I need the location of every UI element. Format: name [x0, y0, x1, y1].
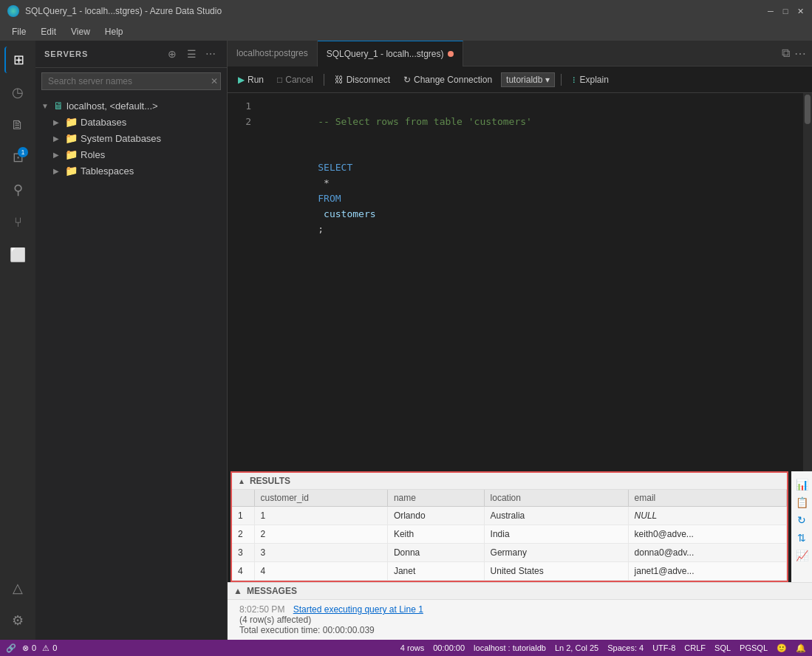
- new-connection-icon[interactable]: ⊕: [165, 47, 180, 61]
- arrow-icon: ▼: [41, 102, 53, 110]
- activity-history[interactable]: ◷: [4, 79, 31, 106]
- activity-extensions[interactable]: ⊡ 1: [4, 144, 31, 171]
- activity-deploy[interactable]: △: [4, 575, 31, 601]
- code-editor[interactable]: 1 2 -- Select rows from table 'customers…: [228, 93, 812, 471]
- dropdown-arrow-icon: ▾: [545, 75, 550, 85]
- activity-explorer[interactable]: 🗎: [4, 112, 31, 138]
- disconnect-button[interactable]: ⛓ Disconnect: [330, 73, 395, 86]
- cell-customer-id: 3: [254, 544, 387, 562]
- close-button[interactable]: ✕: [796, 7, 805, 16]
- code-line-1: -- Select rows from table 'customers': [260, 99, 800, 145]
- search-box: ✕: [41, 72, 221, 90]
- cancel-button[interactable]: □ Cancel: [273, 73, 318, 86]
- tree-item-tablespaces[interactable]: ▶ 📁 Tablespaces: [35, 163, 227, 179]
- debug-icon: ⬜: [10, 247, 26, 263]
- maximize-button[interactable]: □: [781, 7, 790, 16]
- server-tree: ▼ 🖥 localhost, <default...> ▶ 📁 Database…: [35, 95, 227, 640]
- status-warnings[interactable]: ⚠ 0: [42, 643, 57, 653]
- tree-item-label: Roles: [81, 149, 105, 160]
- code-table-name: customers: [318, 208, 375, 219]
- sidebar-action-2[interactable]: ☰: [184, 47, 199, 61]
- status-position[interactable]: Ln 2, Col 25: [555, 643, 598, 652]
- messages-content: 8:02:50 PM Started executing query at Li…: [228, 600, 812, 640]
- search-icon: ⚲: [13, 182, 23, 198]
- copy-icon[interactable]: 📋: [794, 495, 809, 510]
- cell-email: janet1@adve...: [628, 562, 786, 581]
- sidebar-action-3[interactable]: ⋯: [203, 47, 218, 61]
- toolbar: ▶ Run □ Cancel ⛓ Disconnect ↻ Change Con…: [228, 66, 812, 93]
- scrollbar-thumb: [805, 95, 811, 124]
- export-icon[interactable]: 📊: [794, 477, 809, 492]
- status-language[interactable]: SQL: [714, 643, 731, 652]
- status-errors[interactable]: ⊗ 0: [22, 643, 36, 653]
- line-number-2: 2: [228, 115, 251, 130]
- tree-item-localhost[interactable]: ▼ 🖥 localhost, <default...>: [35, 98, 227, 114]
- search-input[interactable]: [41, 72, 221, 90]
- activity-debug[interactable]: ⬜: [4, 242, 31, 268]
- servers-icon: ⊞: [13, 52, 24, 68]
- status-encoding[interactable]: UTF-8: [652, 643, 675, 652]
- explain-button[interactable]: ⫶ Explain: [567, 73, 613, 86]
- cell-location: Germany: [484, 544, 628, 562]
- activity-search[interactable]: ⚲: [4, 177, 31, 203]
- tree-item-roles[interactable]: ▶ 📁 Roles: [35, 146, 227, 163]
- code-content[interactable]: -- Select rows from table 'customers' SE…: [257, 93, 803, 471]
- cell-email: NULL: [628, 507, 786, 525]
- explorer-icon: 🗎: [11, 117, 24, 133]
- tree-item-databases[interactable]: ▶ 📁 Databases: [35, 114, 227, 130]
- message-row-3: Total execution time: 00:00:00.039: [239, 625, 800, 635]
- folder-icon: 📁: [65, 165, 78, 177]
- explain-icon: ⫶: [572, 75, 576, 85]
- status-bell[interactable]: 🔔: [796, 643, 806, 653]
- status-git-icon[interactable]: 🔗: [6, 643, 16, 653]
- code-keyword-select: SELECT: [318, 162, 352, 173]
- arrow-icon: ▶: [53, 118, 65, 126]
- more-actions-icon[interactable]: ⋯: [794, 47, 806, 61]
- arrow-icon: ▶: [53, 151, 65, 159]
- chart-icon[interactable]: 📈: [794, 548, 809, 563]
- cell-location: Australia: [484, 507, 628, 525]
- tab-sqlquery1[interactable]: SQLQuery_1 - localh...stgres): [318, 41, 464, 66]
- status-line-ending[interactable]: CRLF: [684, 643, 706, 652]
- tab-localhost-postgres[interactable]: localhost:postgres: [228, 41, 318, 66]
- change-connection-button[interactable]: ↻ Change Connection: [399, 73, 497, 86]
- editor-scrollbar[interactable]: [803, 93, 812, 471]
- status-dialect[interactable]: PGSQL: [740, 643, 768, 652]
- split-editor-icon[interactable]: ⧉: [782, 47, 790, 61]
- activity-git[interactable]: ⑂: [4, 209, 31, 236]
- message-time: 8:02:50 PM: [239, 604, 284, 615]
- menu-view[interactable]: View: [65, 25, 96, 38]
- sidebar-header: SERVERS ⊕ ☰ ⋯: [35, 41, 227, 68]
- menu-help[interactable]: Help: [99, 25, 129, 38]
- col-email: email: [628, 490, 786, 507]
- tree-item-system-databases[interactable]: ▶ 📁 System Databases: [35, 130, 227, 146]
- code-symbol: *: [318, 177, 335, 188]
- message-row-1: 8:02:50 PM Started executing query at Li…: [239, 604, 800, 615]
- message-text: Total execution time: 00:00:00.039: [239, 625, 375, 635]
- sidebar-title: SERVERS: [44, 49, 88, 58]
- run-button[interactable]: ▶ Run: [233, 73, 268, 86]
- database-selector[interactable]: tutorialdb ▾: [501, 72, 555, 87]
- cell-customer-id: 1: [254, 507, 387, 525]
- filter-icon[interactable]: ⇅: [794, 530, 809, 545]
- message-link[interactable]: Started executing query at Line 1: [293, 604, 423, 615]
- status-bar: 🔗 ⊗ 0 ⚠ 0 4 rows 00:00:00 localhost : tu…: [0, 640, 812, 656]
- status-connection[interactable]: localhost : tutorialdb: [474, 643, 546, 652]
- line-number-1: 1: [228, 99, 251, 115]
- table-row: 4 4 Janet United States janet1@adve...: [232, 562, 787, 581]
- results-side-icons: 📊 📋 ↻ ⇅ 📈: [791, 471, 812, 582]
- activity-settings[interactable]: ⚙: [4, 607, 31, 634]
- git-icon: ⑂: [14, 215, 22, 230]
- menu-file[interactable]: File: [6, 25, 32, 38]
- status-smiley[interactable]: 🙂: [777, 643, 787, 653]
- status-spaces[interactable]: Spaces: 4: [607, 643, 644, 652]
- code-keyword-from: FROM: [318, 193, 341, 204]
- menu-edit[interactable]: Edit: [35, 25, 62, 38]
- window-controls[interactable]: ─ □ ✕: [766, 7, 805, 16]
- search-clear-icon[interactable]: ✕: [211, 76, 218, 86]
- minimize-button[interactable]: ─: [766, 7, 775, 16]
- activity-servers[interactable]: ⊞: [4, 47, 31, 73]
- line-numbers: 1 2: [228, 93, 257, 471]
- row-number: 1: [232, 507, 254, 525]
- refresh-icon[interactable]: ↻: [794, 513, 809, 527]
